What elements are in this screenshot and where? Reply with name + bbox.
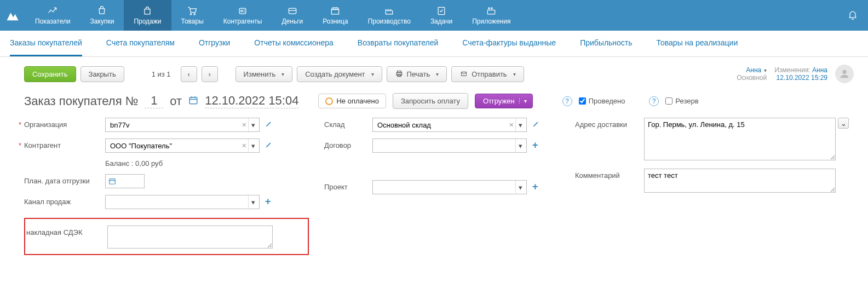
- counterparty-combo[interactable]: × ▾: [105, 138, 260, 153]
- tab-issued-invoices[interactable]: Счета-фактуры выданные: [462, 31, 556, 56]
- doc-datetime[interactable]: 12.10.2022 15:04: [205, 94, 298, 108]
- contract-label: Договор: [324, 138, 369, 149]
- save-button[interactable]: Сохранить: [24, 66, 76, 82]
- tab-shipments[interactable]: Отгрузки: [199, 31, 230, 56]
- tab-customer-orders[interactable]: Заказы покупателей: [10, 31, 82, 56]
- svg-rect-24: [110, 179, 116, 184]
- nav-production[interactable]: Производство: [358, 0, 421, 31]
- nav-label: Розница: [323, 18, 348, 25]
- edit-icon[interactable]: [263, 118, 275, 131]
- nav-apps[interactable]: Приложения: [462, 0, 520, 31]
- changes-user[interactable]: Анна: [812, 66, 827, 74]
- nav-goods[interactable]: Товары: [171, 0, 214, 31]
- nav-sales[interactable]: Продажи: [124, 0, 171, 31]
- nav-indicators[interactable]: Показатели: [25, 0, 81, 31]
- clear-icon[interactable]: ×: [240, 120, 248, 129]
- current-user-name[interactable]: Анна: [737, 66, 767, 74]
- nav-label: Приложения: [472, 18, 510, 25]
- counterparty-input[interactable]: [110, 142, 240, 150]
- svg-point-0: [190, 14, 192, 15]
- app-logo[interactable]: [0, 0, 25, 31]
- svg-point-1: [194, 14, 196, 15]
- page-counter: 1 из 1: [146, 70, 176, 78]
- nav-purchases[interactable]: Закупки: [81, 0, 124, 31]
- nav-label: Закупки: [90, 18, 114, 25]
- calendar-icon[interactable]: [188, 95, 198, 107]
- print-dropdown[interactable]: Печать: [387, 66, 447, 82]
- nav-tasks[interactable]: Задачи: [421, 0, 462, 31]
- plan-ship-date-input[interactable]: [105, 174, 145, 188]
- organization-label: Организация: [24, 118, 102, 129]
- svg-point-3: [241, 10, 243, 11]
- document-toolbar: Сохранить Закрыть 1 из 1 ‹ › Изменить Со…: [0, 57, 868, 89]
- help-icon[interactable]: ?: [649, 96, 659, 106]
- doc-number-input[interactable]: [145, 94, 163, 108]
- nav-counterparties[interactable]: Контрагенты: [214, 0, 272, 31]
- warehouse-label: Склад: [324, 118, 369, 129]
- from-label: от: [170, 94, 182, 108]
- document-header: Заказ покупателя № от 12.10.2022 15:04 Н…: [0, 89, 868, 115]
- nav-label: Показатели: [35, 18, 71, 25]
- comment-textarea[interactable]: [644, 169, 836, 193]
- project-label: Проект: [324, 180, 369, 191]
- svg-rect-20: [189, 97, 197, 104]
- nav-label: Задачи: [430, 18, 452, 25]
- chevron-down-icon[interactable]: ▾: [248, 139, 258, 152]
- clear-icon[interactable]: ×: [508, 120, 515, 129]
- change-dropdown[interactable]: Изменить: [235, 66, 293, 82]
- edit-icon[interactable]: [530, 118, 542, 131]
- clear-icon[interactable]: ×: [240, 141, 248, 150]
- comment-label: Комментарий: [575, 169, 641, 180]
- posted-checkbox[interactable]: Проведено: [579, 97, 625, 105]
- project-input[interactable]: [377, 183, 515, 192]
- avatar[interactable]: [835, 65, 854, 83]
- warehouse-combo[interactable]: × ▾: [372, 118, 527, 132]
- tab-commission-reports[interactable]: Отчеты комиссионера: [254, 31, 334, 56]
- close-button[interactable]: Закрыть: [81, 66, 124, 82]
- request-payment-button[interactable]: Запросить оплату: [393, 93, 468, 109]
- send-dropdown[interactable]: Отправить: [451, 66, 524, 82]
- chevron-down-icon[interactable]: ▾: [515, 139, 525, 152]
- sales-channel-input[interactable]: [110, 198, 248, 206]
- notifications-bell-icon[interactable]: [837, 9, 868, 22]
- nav-label: Контрагенты: [223, 18, 262, 25]
- add-icon[interactable]: +: [530, 180, 541, 194]
- nav-money[interactable]: Деньги: [272, 0, 313, 31]
- delivery-address-textarea[interactable]: [644, 118, 836, 160]
- organization-combo[interactable]: × ▾: [105, 118, 260, 132]
- tab-profitability[interactable]: Прибыльность: [580, 31, 632, 56]
- nav-label: Производство: [368, 18, 411, 25]
- sdek-highlight-box: накладная СДЭК: [24, 218, 309, 255]
- contract-input[interactable]: [377, 142, 515, 150]
- edit-icon[interactable]: [263, 138, 275, 152]
- prev-button[interactable]: ‹: [181, 66, 197, 82]
- address-dropdown-button[interactable]: ⌄: [838, 118, 849, 129]
- help-icon[interactable]: ?: [562, 96, 572, 106]
- reserve-checkbox[interactable]: Резерв: [665, 97, 698, 105]
- next-button[interactable]: ›: [202, 66, 218, 82]
- nav-retail[interactable]: Розница: [313, 0, 358, 31]
- changes-label: Изменения:: [774, 66, 810, 74]
- project-combo[interactable]: ▾: [372, 180, 527, 194]
- svg-point-12: [488, 8, 490, 9]
- ship-status-badge[interactable]: Отгружен ▾: [475, 94, 533, 108]
- changes-datetime: 12.10.2022 15:29: [774, 74, 827, 82]
- sales-channel-combo[interactable]: ▾: [105, 195, 260, 209]
- create-document-dropdown[interactable]: Создать документ: [297, 66, 382, 82]
- organization-input[interactable]: [110, 121, 240, 129]
- svg-rect-14: [488, 10, 495, 14]
- add-icon[interactable]: +: [263, 195, 273, 209]
- chevron-down-icon[interactable]: ▾: [515, 181, 525, 194]
- contract-combo[interactable]: ▾: [372, 138, 527, 153]
- sdek-textarea[interactable]: [107, 226, 273, 249]
- chevron-down-icon[interactable]: ▾: [248, 118, 258, 131]
- tab-customer-invoices[interactable]: Счета покупателям: [106, 31, 175, 56]
- user-info-block: Анна Основной Изменения: Анна 12.10.2022…: [737, 65, 854, 83]
- add-icon[interactable]: +: [530, 138, 541, 152]
- chevron-down-icon[interactable]: ▾: [515, 118, 525, 131]
- tab-customer-returns[interactable]: Возвраты покупателей: [358, 31, 439, 56]
- tab-goods-on-sale[interactable]: Товары на реализации: [657, 31, 738, 56]
- chevron-down-icon[interactable]: ▾: [248, 195, 258, 209]
- payment-status-button[interactable]: Не оплачено: [318, 94, 386, 108]
- warehouse-input[interactable]: [377, 121, 508, 129]
